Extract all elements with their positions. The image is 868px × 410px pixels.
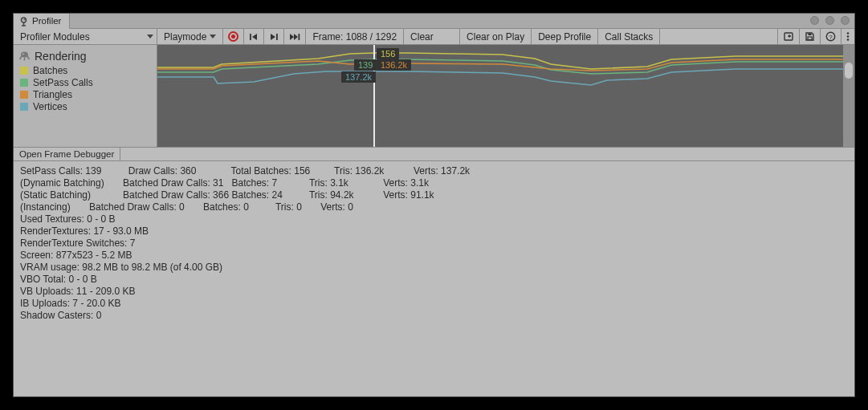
fast-forward-icon bbox=[289, 32, 300, 42]
skip-back-icon bbox=[249, 32, 259, 42]
stats-rt-switches: RenderTexture Switches: 7 bbox=[20, 237, 848, 250]
legend-label: Batches bbox=[33, 65, 67, 76]
svg-rect-3 bbox=[299, 34, 300, 40]
swatch-icon bbox=[20, 79, 28, 87]
window-controls bbox=[810, 16, 850, 25]
stats-vbo: VBO Total: 0 - 0 B bbox=[20, 274, 848, 286]
rendering-icon bbox=[18, 51, 31, 62]
load-button[interactable] bbox=[778, 29, 800, 44]
playmode-label: Playmode bbox=[164, 31, 206, 43]
tooltip-vertices: 137.2k bbox=[341, 71, 376, 83]
open-frame-debugger-button[interactable]: Open Frame Debugger bbox=[14, 148, 120, 160]
svg-rect-6 bbox=[809, 34, 812, 36]
tab-profiler[interactable]: Profiler bbox=[14, 14, 70, 29]
swatch-icon bbox=[20, 67, 28, 75]
clear-on-play-button[interactable]: Clear on Play bbox=[460, 29, 532, 44]
toolbar: Profiler Modules Playmode Frame: 1088 / … bbox=[14, 29, 854, 45]
stats-row-instancing: (Instancing) Batched Draw Calls: 0 Batch… bbox=[20, 201, 848, 213]
stats-used-textures: Used Textures: 0 - 0 B bbox=[20, 213, 848, 225]
details-toolbar: Open Frame Debugger bbox=[14, 147, 854, 161]
save-button[interactable] bbox=[800, 29, 821, 44]
tab-bar: Profiler bbox=[14, 14, 854, 29]
playmode-dropdown[interactable]: Playmode bbox=[157, 29, 223, 44]
window-maximize[interactable] bbox=[825, 16, 834, 25]
record-button[interactable] bbox=[223, 29, 244, 44]
chart-section: Rendering Batches SetPass Calls Triangle… bbox=[14, 45, 854, 147]
kebab-menu-icon bbox=[846, 31, 850, 42]
stats-vb-uploads: VB Uploads: 11 - 209.0 KB bbox=[20, 286, 848, 298]
legend-item-vertices[interactable]: Vertices bbox=[20, 101, 152, 112]
deep-profile-button[interactable]: Deep Profile bbox=[532, 29, 598, 44]
svg-rect-1 bbox=[250, 34, 251, 40]
stats-row-dynamic: (Dynamic Batching) Batched Draw Calls: 3… bbox=[20, 177, 848, 189]
help-button[interactable]: ? bbox=[821, 29, 842, 44]
stats-ib-uploads: IB Uploads: 7 - 20.0 KB bbox=[20, 298, 848, 310]
svg-point-11 bbox=[847, 39, 850, 41]
call-stacks-label: Call Stacks bbox=[605, 31, 653, 43]
profiler-window: Profiler Profiler Modules Playmode Frame… bbox=[13, 13, 855, 397]
profiler-modules-dropdown[interactable]: Profiler Modules bbox=[14, 29, 157, 44]
call-stacks-button[interactable]: Call Stacks bbox=[598, 29, 660, 44]
stats-rendertextures: RenderTextures: 17 - 93.0 MB bbox=[20, 225, 848, 237]
stats-vram: VRAM usage: 98.2 MB to 98.2 MB (of 4.00 … bbox=[20, 262, 848, 274]
menu-button[interactable] bbox=[842, 29, 854, 44]
frame-counter: Frame: 1088 / 1292 bbox=[306, 29, 404, 44]
category-title: Rendering bbox=[18, 48, 152, 65]
legend: Batches SetPass Calls Triangles Vertices bbox=[18, 65, 152, 112]
deep-profile-label: Deep Profile bbox=[538, 31, 591, 43]
clear-label: Clear bbox=[410, 31, 434, 43]
stats-row-main: SetPass Calls: 139 Draw Calls: 360 Total… bbox=[20, 165, 848, 177]
scrollbar-thumb[interactable] bbox=[845, 63, 853, 79]
tab-label: Profiler bbox=[32, 16, 61, 26]
save-icon bbox=[805, 31, 815, 42]
profiler-modules-label: Profiler Modules bbox=[20, 31, 90, 43]
svg-rect-5 bbox=[808, 37, 812, 40]
legend-item-triangles[interactable]: Triangles bbox=[20, 89, 152, 100]
skip-forward-icon bbox=[269, 32, 279, 42]
stats-screen: Screen: 877x523 - 5.2 MB bbox=[20, 250, 848, 262]
tooltip-triangles: 136.2k bbox=[377, 59, 411, 71]
frame-first-button[interactable] bbox=[244, 29, 264, 44]
stats-panel: SetPass Calls: 139 Draw Calls: 360 Total… bbox=[14, 161, 854, 396]
legend-item-setpass[interactable]: SetPass Calls bbox=[20, 77, 152, 88]
frame-last-button[interactable] bbox=[284, 29, 306, 44]
vertical-scrollbar[interactable] bbox=[843, 45, 854, 147]
window-minimize[interactable] bbox=[810, 16, 819, 25]
swatch-icon bbox=[20, 91, 28, 99]
category-sidebar[interactable]: Rendering Batches SetPass Calls Triangle… bbox=[14, 45, 157, 147]
legend-item-batches[interactable]: Batches bbox=[20, 65, 152, 76]
legend-label: Triangles bbox=[33, 89, 72, 100]
svg-rect-2 bbox=[276, 34, 278, 40]
svg-text:?: ? bbox=[829, 34, 833, 41]
swatch-icon bbox=[20, 103, 28, 111]
frame-counter-label: Frame: 1088 / 1292 bbox=[312, 31, 397, 43]
profiler-icon bbox=[18, 16, 29, 26]
frame-prev-button[interactable] bbox=[264, 29, 284, 44]
svg-point-13 bbox=[22, 53, 25, 55]
category-title-label: Rendering bbox=[35, 50, 87, 63]
window-close[interactable] bbox=[841, 16, 850, 25]
open-frame-debugger-label: Open Frame Debugger bbox=[19, 149, 114, 159]
clear-on-play-label: Clear on Play bbox=[467, 31, 524, 43]
stats-row-static: (Static Batching) Batched Draw Calls: 36… bbox=[20, 189, 848, 201]
svg-point-9 bbox=[847, 32, 850, 35]
tooltip-setpass: 139 bbox=[354, 59, 377, 71]
svg-point-10 bbox=[847, 35, 850, 38]
load-icon bbox=[783, 31, 794, 42]
clear-button[interactable]: Clear bbox=[404, 29, 460, 44]
legend-label: SetPass Calls bbox=[33, 77, 93, 88]
tooltip-batches: 156 bbox=[377, 48, 399, 59]
stats-shadow-casters: Shadow Casters: 0 bbox=[20, 310, 848, 322]
graph-area[interactable]: 156 136.2k 139 137.2k bbox=[157, 45, 854, 147]
legend-label: Vertices bbox=[33, 101, 67, 112]
record-icon bbox=[228, 31, 238, 42]
chart-lines bbox=[157, 45, 845, 147]
help-icon: ? bbox=[825, 31, 836, 42]
